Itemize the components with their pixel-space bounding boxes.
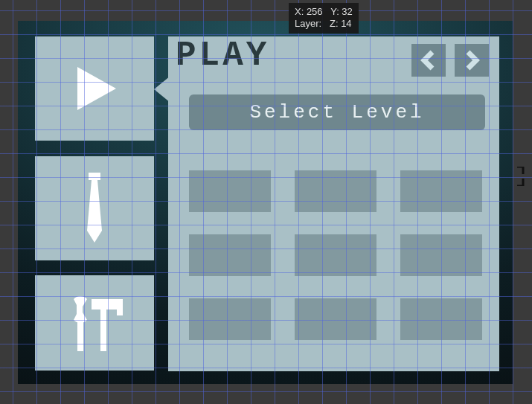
prev-page-button[interactable] bbox=[411, 44, 446, 77]
edge-marker-icon bbox=[517, 167, 528, 186]
coord-line-2: Layer: Z: 14 bbox=[295, 18, 352, 29]
tie-icon bbox=[80, 171, 109, 246]
level-slot[interactable] bbox=[295, 170, 376, 212]
coord-line-1: X: 256 Y: 32 bbox=[295, 6, 353, 17]
level-slot[interactable] bbox=[295, 298, 376, 340]
active-tab-pointer bbox=[154, 76, 170, 103]
chevron-right-icon bbox=[463, 50, 481, 71]
level-slot[interactable] bbox=[189, 298, 271, 340]
select-level-label: Select Level bbox=[249, 101, 424, 124]
level-slot[interactable] bbox=[400, 170, 482, 212]
svg-marker-2 bbox=[87, 180, 102, 243]
main-panel: PLAY Select Level bbox=[168, 36, 499, 371]
play-triangle-icon bbox=[67, 61, 122, 116]
select-level-button[interactable]: Select Level bbox=[189, 94, 485, 130]
level-slot[interactable] bbox=[189, 234, 271, 276]
svg-marker-0 bbox=[77, 67, 116, 110]
cursor-coordinates-tooltip: X: 256 Y: 32 Layer: Z: 14 bbox=[289, 3, 359, 33]
chevron-left-icon bbox=[420, 50, 438, 71]
wrench-hammer-icon bbox=[57, 286, 132, 360]
svg-rect-1 bbox=[89, 173, 100, 180]
level-slot[interactable] bbox=[400, 234, 482, 276]
svg-rect-3 bbox=[77, 317, 83, 351]
level-grid bbox=[189, 170, 483, 340]
svg-rect-4 bbox=[100, 308, 106, 351]
svg-rect-6 bbox=[117, 299, 123, 315]
level-slot[interactable] bbox=[189, 170, 271, 212]
sidebar-item-play[interactable] bbox=[35, 36, 154, 141]
sidebar-item-customize[interactable] bbox=[35, 156, 154, 260]
next-page-button[interactable] bbox=[455, 44, 489, 77]
level-slot[interactable] bbox=[295, 234, 376, 276]
level-slot[interactable] bbox=[400, 298, 482, 340]
sidebar-item-tools[interactable] bbox=[35, 275, 154, 371]
page-title: PLAY bbox=[176, 36, 269, 75]
